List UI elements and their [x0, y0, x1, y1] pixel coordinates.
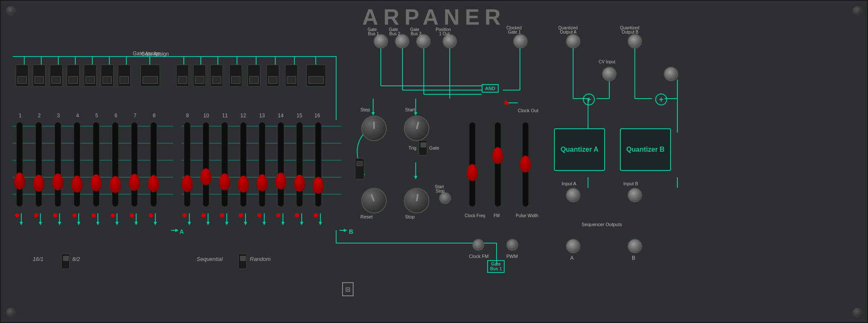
pwm-jack[interactable]	[506, 239, 518, 251]
gate-switch-14[interactable]	[266, 65, 279, 87]
cv-input-b-jack[interactable]	[664, 67, 678, 81]
clock-freq-slider[interactable]	[469, 122, 476, 207]
gate-switch-13[interactable]	[248, 65, 260, 87]
slider-6[interactable]	[112, 122, 119, 207]
slider-14[interactable]	[277, 122, 284, 207]
svg-marker-27	[39, 222, 42, 225]
seq-out-a-jack[interactable]	[566, 239, 580, 253]
stop-label-2: Stop	[436, 189, 445, 193]
slider-13[interactable]	[259, 122, 266, 207]
input-a-jack[interactable]	[566, 188, 580, 202]
cv-input-label: CV Input	[599, 60, 615, 64]
gate-switch-10[interactable]	[193, 65, 206, 87]
step-12-label: 12	[240, 113, 246, 119]
svg-marker-32	[134, 222, 138, 225]
reset-knob[interactable]	[361, 188, 387, 213]
gate-switch-1[interactable]	[16, 65, 29, 87]
clocked-gate-1-jack[interactable]	[513, 34, 528, 48]
screw-br	[853, 308, 862, 317]
gate-switch-7[interactable]	[118, 65, 131, 87]
trig-text: Trig	[408, 145, 417, 150]
random-label: Random	[250, 256, 271, 262]
start-stop-jack[interactable]	[439, 192, 451, 204]
start-label: Start	[405, 107, 415, 112]
led-13	[257, 213, 262, 218]
slider-8[interactable]	[150, 122, 157, 207]
gate-switch-11[interactable]	[210, 65, 223, 87]
slider-16[interactable]	[315, 122, 322, 207]
svg-rect-0	[13, 56, 336, 57]
sequencer-b-label: B	[349, 228, 353, 235]
start-knob[interactable]	[404, 116, 429, 141]
reset-label: Reset	[360, 214, 373, 219]
slider-15[interactable]	[296, 122, 303, 207]
svg-marker-30	[96, 222, 100, 225]
clocked-gate-label-2: Gate 1	[508, 30, 521, 34]
slider-11[interactable]	[221, 122, 228, 207]
led-7	[130, 213, 134, 218]
stop-knob[interactable]	[404, 188, 429, 213]
gate-bus-2-label-2: Bus 2	[389, 31, 400, 36]
fm-slider[interactable]	[494, 122, 501, 207]
slider-3[interactable]	[54, 122, 61, 207]
svg-marker-50	[300, 222, 303, 225]
gate-switch-16[interactable]	[306, 65, 326, 87]
slider-2[interactable]	[35, 122, 42, 207]
gate-switch-6[interactable]	[101, 65, 114, 87]
slider-5[interactable]	[93, 122, 100, 207]
main-panel: ARPANER	[0, 0, 868, 323]
step-knob[interactable]	[361, 116, 387, 141]
panel-title: ARPANER	[362, 4, 505, 30]
quantized-out-b-label-2: Output B	[622, 30, 638, 34]
screw-bl	[6, 308, 15, 317]
svg-marker-29	[77, 222, 80, 225]
gate-switch-4[interactable]	[67, 65, 80, 87]
trig-gate-switch-group: Trig Gate	[408, 140, 439, 156]
gate-switch-3[interactable]	[50, 65, 63, 87]
step-13-label: 13	[259, 113, 265, 119]
svg-marker-28	[58, 222, 61, 225]
gate-bus-1-jack[interactable]	[374, 34, 388, 48]
step-7-label: 7	[134, 113, 137, 119]
quantized-out-a-label-2: Output A	[560, 30, 577, 34]
gate-bus-3-jack[interactable]	[416, 34, 431, 48]
slider-9[interactable]	[184, 122, 191, 207]
slider-7[interactable]	[131, 122, 138, 207]
seq-out-b-jack[interactable]	[628, 239, 642, 253]
position-1-out-jack[interactable]	[443, 34, 457, 48]
gate-bus-2-jack[interactable]	[395, 34, 409, 48]
pulse-width-slider[interactable]	[522, 122, 529, 207]
svg-marker-49	[281, 222, 285, 225]
gate-switch-9[interactable]	[176, 65, 189, 87]
gate-switch-15[interactable]	[285, 65, 298, 87]
step-label: Step	[360, 107, 370, 112]
trig-gate-toggle[interactable]	[419, 140, 427, 156]
quantized-out-b-jack[interactable]	[628, 34, 642, 48]
step-6-label: 6	[114, 113, 117, 119]
clock-fm-jack[interactable]	[472, 239, 484, 251]
step-5-label: 5	[95, 113, 98, 119]
svg-marker-35	[175, 229, 179, 232]
step-4-label: 4	[76, 113, 79, 119]
slider-1[interactable]	[16, 122, 23, 207]
ratio-toggle-a[interactable]	[61, 254, 70, 269]
plus-circle-a: +	[583, 94, 595, 105]
cv-input-jack[interactable]	[602, 67, 617, 81]
small-toggle-1[interactable]	[355, 158, 364, 179]
slider-4[interactable]	[74, 122, 80, 207]
gate-assign-text: Gate Assign	[133, 51, 160, 57]
slider-12[interactable]	[240, 122, 247, 207]
slider-10[interactable]	[203, 122, 209, 207]
seq-random-toggle[interactable]	[238, 254, 247, 269]
sequencer-a-label: A	[180, 228, 184, 235]
gate-bus-1-label-2: Bus 1	[368, 31, 379, 36]
step-2-label: 2	[38, 113, 41, 119]
svg-marker-59	[414, 176, 417, 179]
gate-switch-8[interactable]	[140, 65, 160, 87]
gate-switch-5[interactable]	[84, 65, 97, 87]
gate-switch-12[interactable]	[229, 65, 242, 87]
input-b-jack[interactable]	[628, 188, 642, 202]
gate-switch-2[interactable]	[33, 65, 46, 87]
svg-marker-48	[263, 222, 266, 225]
quantized-out-a-jack[interactable]	[566, 34, 580, 48]
